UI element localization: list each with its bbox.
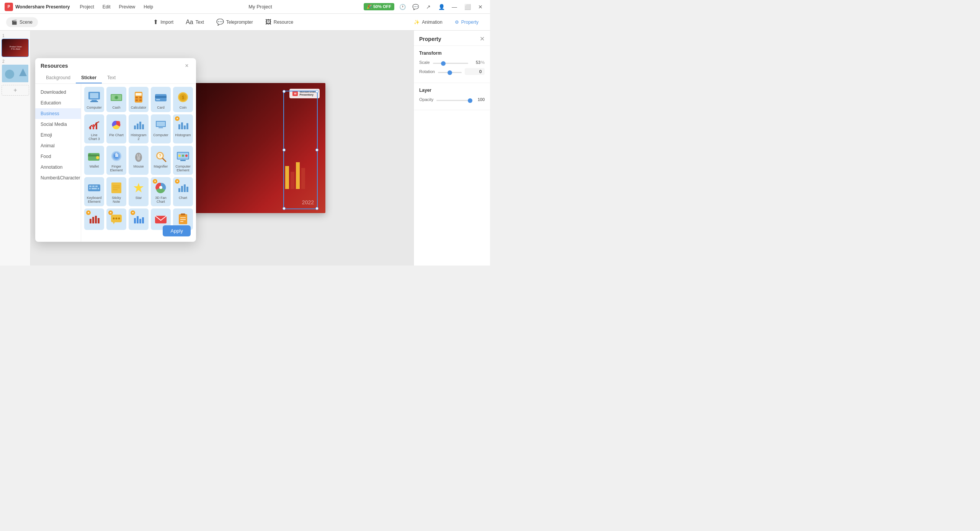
svg-rect-44 (139, 122, 141, 129)
svg-point-58 (96, 156, 99, 159)
grid-item-linechart3[interactable]: Line Chart 3 (84, 114, 104, 143)
svg-rect-26 (139, 97, 142, 98)
slide-1[interactable]: Product VisionP It's Deck (2, 39, 29, 57)
grid-item-bar1[interactable]: ★ (84, 208, 104, 230)
nav-preview[interactable]: Preview (115, 3, 139, 11)
resources-modal: Resources × Background Sticker Text Down… (35, 58, 196, 242)
calculator-label: Calculator (131, 106, 147, 109)
app-title: Wondershare Presentory (15, 4, 70, 10)
grid-item-keyboard[interactable]: Keyboard Element (84, 177, 104, 206)
grid-item-star[interactable]: Star (129, 177, 149, 206)
svg-rect-30 (155, 96, 167, 98)
clock-icon[interactable]: 🕐 (397, 2, 407, 12)
grid-item-computer[interactable]: Computer (84, 87, 104, 112)
tab-text[interactable]: Text (102, 73, 121, 83)
grid-row-2: Line Chart 3 Pie Chart His (84, 114, 193, 143)
sidebar-item-animal[interactable]: Animal (35, 140, 81, 151)
apply-button[interactable]: Apply (163, 225, 191, 236)
handle-ml[interactable] (283, 148, 286, 151)
svg-rect-81 (91, 188, 97, 189)
grid-item-histogram2[interactable]: Histogram 2 (129, 114, 149, 143)
slide-thumb-1[interactable]: 1 Product VisionP It's Deck (2, 34, 29, 57)
handle-br[interactable] (315, 207, 318, 210)
grid-item-finger[interactable]: Finger Element (106, 146, 126, 175)
nav-project[interactable]: Project (76, 3, 98, 11)
sidebar-item-social[interactable]: Social Media (35, 119, 81, 130)
handle-mr[interactable] (315, 148, 318, 151)
svg-point-1 (5, 70, 14, 79)
property-label: Property (461, 20, 479, 25)
sidebar-item-annotation[interactable]: Annotation (35, 162, 81, 173)
sidebar-item-food[interactable]: Food (35, 151, 81, 162)
sidebar-item-education[interactable]: Education (35, 98, 81, 108)
modal-close-button[interactable]: × (183, 62, 191, 70)
svg-text:$: $ (182, 95, 185, 100)
chat-icon[interactable]: 💬 (410, 2, 420, 12)
sidebar-item-emoji[interactable]: Emoji (35, 130, 81, 140)
slide-2[interactable] (2, 64, 29, 83)
canvas-area[interactable]: W WondersharePresentory $ (31, 31, 413, 266)
opacity-label: Opacity (419, 97, 433, 102)
property-button[interactable]: ⚙ Property (449, 17, 484, 27)
project-title: My Project (160, 4, 361, 10)
grid-item-mouse[interactable]: Mouse (129, 146, 149, 175)
slide-thumb-2[interactable]: 2 (2, 59, 29, 83)
discount-badge[interactable]: 🎉 50% OFF (364, 3, 394, 10)
svg-rect-96 (92, 217, 94, 223)
grid-item-piechart[interactable]: Pie Chart (106, 114, 126, 143)
text-button[interactable]: Aa Text (180, 16, 209, 28)
tab-background[interactable]: Background (41, 73, 76, 83)
selection-box[interactable] (283, 91, 318, 209)
grid-item-compelem[interactable]: Computer Element (173, 146, 193, 175)
user-icon[interactable]: 👤 (436, 2, 446, 12)
grid-item-coin[interactable]: $ Coin (173, 87, 193, 112)
sticky-icon (107, 180, 126, 195)
property-icon: ⚙ (455, 20, 459, 25)
svg-point-65 (137, 156, 140, 160)
handle-tl[interactable] (283, 90, 286, 93)
finger-label: Finger Element (109, 165, 124, 172)
grid-item-chart[interactable]: ★ Chart (173, 177, 193, 206)
handle-bl[interactable] (283, 207, 286, 210)
sidebar-item-business[interactable]: Business (35, 108, 81, 119)
grid-item-wallet[interactable]: Wallet (84, 146, 104, 175)
nav-help[interactable]: Help (140, 3, 157, 11)
svg-rect-105 (134, 218, 136, 223)
close-icon[interactable]: ✕ (475, 2, 485, 12)
teleprompter-label: Teleprompter (226, 20, 253, 25)
grid-item-barblue[interactable]: ★ (129, 208, 149, 230)
import-button[interactable]: ⬆ Import (148, 16, 179, 28)
grid-item-computer2[interactable]: Computer (151, 114, 171, 143)
grid-item-calculator[interactable]: Calculator (129, 87, 149, 112)
svg-marker-87 (134, 183, 144, 192)
scene-button[interactable]: 🎬 Scene (6, 17, 38, 27)
animation-button[interactable]: ✨ Animation (408, 17, 448, 27)
teleprompter-button[interactable]: 💬 Teleprompter (211, 16, 258, 28)
tab-sticker[interactable]: Sticker (76, 73, 102, 83)
grid-item-card[interactable]: Card (151, 87, 171, 112)
sidebar-item-downloaded[interactable]: Downloaded (35, 87, 81, 98)
grid-item-sticky[interactable]: Sticky Note (106, 177, 126, 206)
scale-slider[interactable] (433, 63, 469, 64)
svg-point-101 (116, 218, 118, 220)
nav-edit[interactable]: Edit (99, 3, 114, 11)
grid-item-3dfan[interactable]: ★ 3D Fan Chart (151, 177, 171, 206)
grid-item-magnifier[interactable]: ? Magnifier (151, 146, 171, 175)
add-slide-button[interactable]: + (2, 85, 29, 96)
grid-item-chat[interactable]: ★ (106, 208, 126, 230)
tool-group: ⬆ Import Aa Text 💬 Teleprompter 🖼 Resour… (40, 16, 406, 28)
maximize-icon[interactable]: ⬜ (462, 2, 472, 12)
import-icon: ⬆ (153, 18, 158, 26)
rotation-slider[interactable] (438, 72, 462, 73)
grid-item-histogram[interactable]: ★ Histogram (173, 114, 193, 143)
sidebar-item-number[interactable]: Number&Character (35, 173, 81, 183)
share-icon[interactable]: ↗ (423, 2, 433, 12)
opacity-slider[interactable] (436, 100, 472, 101)
minimize-icon[interactable]: — (449, 2, 459, 12)
resource-button[interactable]: 🖼 Resource (260, 16, 299, 28)
grid-item-cash[interactable]: Cash (106, 87, 126, 112)
svg-text:?: ? (159, 154, 161, 158)
property-close-icon[interactable]: ✕ (480, 35, 485, 42)
mouse-label: Mouse (133, 165, 144, 168)
rotation-input[interactable] (468, 69, 482, 74)
